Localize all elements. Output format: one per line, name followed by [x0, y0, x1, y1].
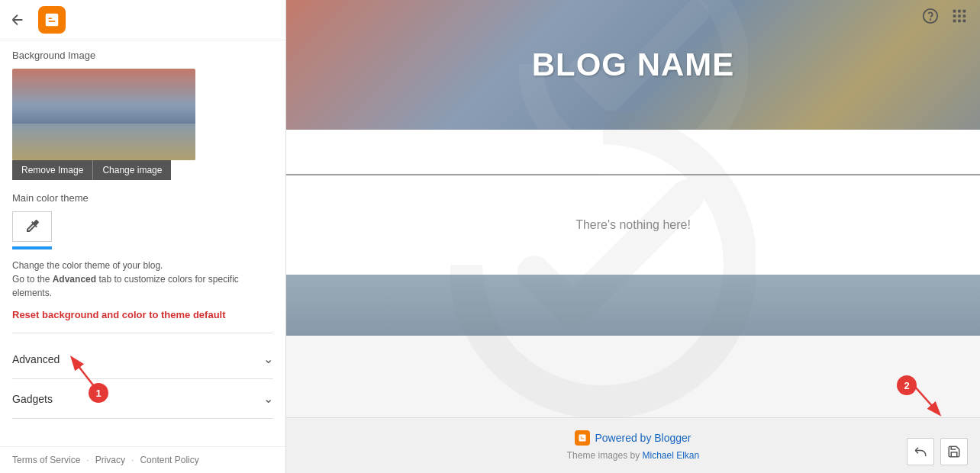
- blog-footer: Powered by Blogger Theme images by Micha…: [286, 417, 980, 473]
- powered-by: Powered by Blogger: [298, 430, 968, 446]
- svg-rect-4: [963, 10, 966, 13]
- left-panel: Background Image Remove Image Change ima…: [0, 0, 286, 473]
- change-image-button[interactable]: Change image: [93, 160, 171, 180]
- background-image-preview: [12, 69, 195, 160]
- blog-preview: BLOG NAME There's nothing here!: [286, 0, 980, 473]
- background-image-label: Background Image: [12, 50, 273, 61]
- blogger-small-logo: [575, 430, 590, 446]
- terms-of-service-link[interactable]: Terms of Service: [12, 455, 80, 465]
- panel-footer: Terms of Service · Privacy · Content Pol…: [0, 446, 285, 473]
- advanced-accordion-header[interactable]: Advanced ⌄: [12, 339, 273, 378]
- blog-header: BLOG NAME: [286, 0, 980, 130]
- divider: [12, 333, 273, 333]
- svg-rect-5: [953, 14, 956, 18]
- right-panel: BLOG NAME There's nothing here!: [286, 0, 980, 473]
- watermark: [519, 0, 748, 181]
- svg-rect-9: [958, 20, 961, 23]
- blog-post-area: There's nothing here!: [286, 175, 980, 275]
- gadgets-accordion: Gadgets ⌄: [12, 379, 273, 419]
- blogger-logo: [38, 6, 66, 34]
- content-policy-link[interactable]: Content Policy: [140, 455, 198, 465]
- undo-button[interactable]: [907, 438, 934, 465]
- save-button[interactable]: [940, 438, 968, 465]
- gadgets-accordion-header[interactable]: Gadgets ⌄: [12, 379, 273, 418]
- theme-description: Change the color theme of your blog. Go …: [12, 259, 273, 300]
- back-button[interactable]: [9, 11, 26, 28]
- theme-author-link[interactable]: Michael Elkan: [643, 450, 700, 461]
- advanced-label: Advanced: [12, 353, 60, 365]
- svg-point-1: [930, 19, 931, 20]
- image-buttons: Remove Image Change image: [12, 160, 273, 180]
- help-button[interactable]: [922, 8, 939, 24]
- gadgets-label: Gadgets: [12, 393, 53, 405]
- panel-content: Background Image Remove Image Change ima…: [0, 40, 285, 446]
- svg-rect-2: [953, 10, 956, 13]
- main-color-theme-label: Main color theme: [12, 192, 273, 204]
- color-theme-section: Main color theme Change the color theme …: [12, 192, 273, 320]
- privacy-link[interactable]: Privacy: [95, 455, 125, 465]
- svg-rect-10: [963, 20, 966, 23]
- theme-credit: Theme images by Michael Elkan: [298, 450, 968, 461]
- advanced-chevron-icon: ⌄: [263, 352, 273, 366]
- nothing-here-text: There's nothing here!: [575, 218, 691, 232]
- svg-rect-7: [963, 14, 966, 18]
- color-picker-box[interactable]: [12, 211, 52, 242]
- gadgets-chevron-icon: ⌄: [263, 391, 273, 406]
- reset-link[interactable]: Reset background and color to theme defa…: [12, 309, 273, 320]
- apps-button[interactable]: [951, 8, 968, 24]
- powered-by-link[interactable]: Powered by Blogger: [595, 432, 691, 444]
- svg-rect-6: [958, 14, 961, 18]
- svg-rect-8: [953, 20, 956, 23]
- color-bar: [12, 246, 52, 249]
- blog-footer-bg: [286, 275, 980, 336]
- advanced-accordion: Advanced ⌄: [12, 339, 273, 379]
- top-right-bar: [910, 0, 980, 32]
- top-bar: [0, 0, 285, 40]
- blog-content-area: There's nothing here!: [286, 175, 980, 417]
- svg-rect-3: [958, 10, 961, 13]
- bottom-actions: [907, 438, 968, 465]
- remove-image-button[interactable]: Remove Image: [12, 160, 93, 180]
